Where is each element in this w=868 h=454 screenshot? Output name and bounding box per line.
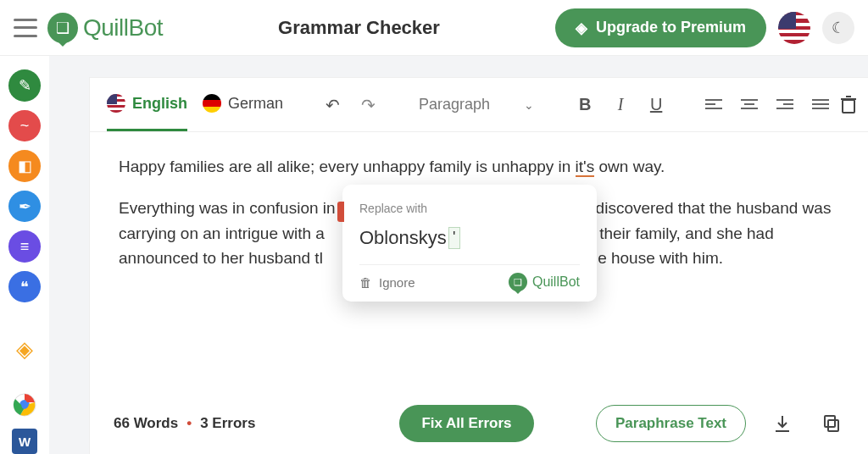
tab-english-label: English (132, 95, 187, 113)
svg-rect-20 (825, 416, 835, 427)
counts: 66 Words • 3 Errors (114, 415, 255, 432)
us-flag-icon (107, 94, 125, 113)
paragraph-style-label: Paragraph (419, 96, 490, 114)
language-tabs: English German (98, 78, 292, 131)
redo-icon[interactable]: ↷ (351, 88, 385, 122)
editor-toolbar: English German ↶ ↷ Paragraph ⌄ B I (90, 78, 868, 132)
tab-english[interactable]: English (107, 78, 187, 131)
quill-mini-logo-icon: ❑ (509, 273, 527, 291)
grammar-check-icon[interactable]: ✎ (8, 69, 41, 102)
align-center-icon[interactable] (732, 88, 766, 122)
top-header: ❑ QuillBot Grammar Checker ◈ Upgrade to … (0, 0, 868, 56)
brand-name: QuillBot (83, 14, 163, 42)
align-right-icon[interactable] (768, 88, 802, 122)
suggestion-base-text: Oblonskys (359, 224, 447, 252)
left-tool-rail: ✎ ~ ◧ ✒ ≡ ❝ ◈ W (0, 56, 49, 454)
paraphraser-icon[interactable]: ~ (8, 110, 41, 142)
tab-german-label: German (228, 95, 283, 113)
chevron-down-icon: ⌄ (524, 98, 534, 112)
suggestion-popup: Replace with Oblonskys' 🗑 Ignore ❑ Quill… (342, 185, 597, 302)
underline-icon[interactable]: U (639, 88, 673, 122)
page-title: Grammar Checker (163, 17, 555, 39)
align-left-icon[interactable] (697, 88, 731, 122)
text-span: Everything was in confusion in the (119, 199, 367, 217)
brand-logo[interactable]: ❑ QuillBot (47, 13, 163, 43)
suggestion-insert-char: ' (448, 227, 460, 249)
plagiarism-icon[interactable]: ≡ (8, 230, 41, 263)
count-separator-icon: • (186, 415, 192, 432)
word-addin-icon[interactable]: W (12, 429, 37, 454)
undo-icon[interactable]: ↶ (315, 88, 349, 122)
fix-all-errors-button[interactable]: Fix All Errors (399, 405, 533, 442)
paragraph-style-select[interactable]: Paragraph ⌄ (409, 96, 544, 114)
ignore-label: Ignore (379, 273, 415, 292)
bold-icon[interactable]: B (568, 88, 602, 122)
tab-german[interactable]: German (203, 78, 283, 131)
dark-mode-icon[interactable]: ☾ (822, 12, 854, 44)
citations-icon[interactable]: ❝ (8, 271, 41, 303)
diamond-icon: ◈ (576, 19, 587, 37)
premium-diamond-icon[interactable]: ◈ (8, 333, 41, 365)
ignore-button[interactable]: 🗑 Ignore (359, 273, 415, 292)
upgrade-label: Upgrade to Premium (596, 19, 746, 36)
download-icon[interactable] (770, 411, 795, 436)
editor-body[interactable]: Happy families are all alike; every unha… (90, 132, 868, 393)
trash-small-icon: 🗑 (359, 273, 372, 292)
suggestion-label: Replace with (359, 200, 580, 219)
text-span: own way. (594, 158, 665, 175)
main-canvas: English German ↶ ↷ Paragraph ⌄ B I (49, 56, 868, 454)
suggestion-replacement[interactable]: Oblonskys' (359, 224, 580, 265)
cowriter-icon[interactable]: ✒ (8, 191, 41, 223)
chrome-extension-icon[interactable] (8, 389, 41, 421)
language-flag-icon[interactable] (778, 12, 810, 44)
delete-icon[interactable] (841, 88, 856, 122)
hamburger-menu-icon[interactable] (14, 19, 37, 37)
text-span: Happy families are all alike; every unha… (119, 158, 576, 175)
summarizer-icon[interactable]: ◧ (8, 150, 41, 182)
upgrade-premium-button[interactable]: ◈ Upgrade to Premium (555, 8, 766, 47)
editor-footer: 66 Words • 3 Errors Fix All Errors Parap… (90, 393, 868, 454)
svg-rect-19 (828, 420, 838, 431)
error-count: 3 Errors (200, 415, 255, 432)
de-flag-icon (203, 94, 221, 113)
align-justify-icon[interactable] (804, 88, 837, 122)
paraphrase-label: Paraphrase Text (615, 415, 726, 431)
grammar-error-its[interactable]: it's (576, 158, 595, 177)
paraphrase-text-button[interactable]: Paraphrase Text (596, 405, 746, 442)
suggestion-brand-label: QuillBot (532, 272, 580, 293)
paragraph-1: Happy families are all alike; every unha… (119, 154, 839, 179)
fix-all-label: Fix All Errors (421, 415, 511, 431)
italic-icon[interactable]: I (604, 88, 637, 122)
suggestion-brand[interactable]: ❑ QuillBot (509, 272, 580, 293)
editor-card: English German ↶ ↷ Paragraph ⌄ B I (90, 78, 868, 454)
svg-rect-14 (843, 100, 854, 113)
word-count: 66 Words (114, 415, 178, 432)
quill-logo-icon: ❑ (47, 13, 78, 43)
copy-icon[interactable] (819, 411, 844, 436)
